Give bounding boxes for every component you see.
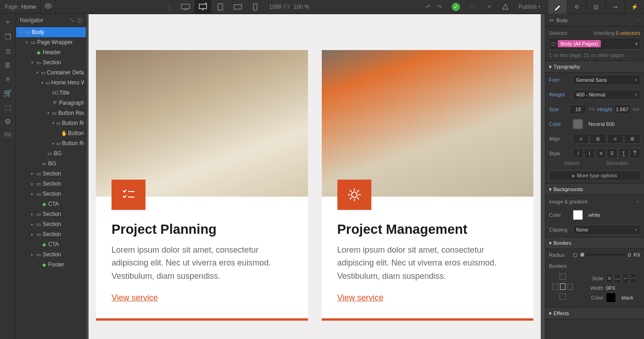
cube-icon[interactable]: ❒ [5,33,11,41]
nav-item[interactable]: ▾▭Body [16,27,86,37]
nav-item[interactable]: ▾▭Container Default [16,68,86,78]
status-check-icon[interactable]: ✓ [448,0,464,14]
nav-item[interactable]: ▸▭Section [16,179,86,189]
nav-item[interactable]: ▸▭Section [16,189,86,199]
nav-item[interactable]: ◆CTA [16,199,86,209]
style-tab-icon[interactable] [548,0,567,14]
overline-button[interactable]: T̅ [630,148,640,158]
collapse-icon[interactable]: ⤡ [70,17,74,23]
publish-button[interactable]: Publish▾ [514,4,545,10]
page-selector[interactable]: Page: Home [0,4,40,10]
nav-item[interactable]: ▭BG [16,148,86,158]
border-width-input[interactable]: 0PX [606,285,616,291]
nav-item[interactable]: ▭BG [16,158,86,169]
borders-section[interactable]: ▾ Borders [545,237,644,249]
radius-input[interactable]: 0 [628,252,631,258]
type-color-value[interactable]: Neutral 600 [586,119,640,129]
radius-corners-icon[interactable]: ▢ [573,252,577,258]
code-icon[interactable]: 〈〉 [465,0,480,14]
selector-input[interactable]: ◫Body (All Pages)▾ [549,38,640,50]
type-color-swatch[interactable] [573,119,583,129]
panel-toggle-icon[interactable]: ◫ [77,17,82,23]
nav-item[interactable]: ▸▭Section [16,209,86,219]
card-link[interactable]: View service [112,293,158,302]
border-bottom-button[interactable] [560,294,566,300]
navigator-tree[interactable]: ▾▭Body▾▭Page Wrapper◆Header▾▭Section▾▭Co… [16,27,86,339]
size-input[interactable]: 18 [570,104,586,114]
settings-rail-icon[interactable]: ⚙ [5,117,11,126]
ecommerce-icon[interactable]: 🛒 [3,89,12,97]
strike-button[interactable]: T̶ [607,148,617,158]
bg-color-value[interactable]: white [586,210,640,220]
export-icon[interactable]: ↗ [481,0,497,14]
pages-icon[interactable]: 🗎 [4,61,11,69]
nav-item[interactable]: ◆Header [16,47,86,57]
audit-icon[interactable] [498,0,513,14]
selector-chip[interactable]: Body (All Pages) [558,40,601,47]
effects-tab-icon[interactable]: ▪▪ [605,0,625,14]
nav-item[interactable]: ▸▭Section [16,249,86,260]
align-left-button[interactable]: ≡ [573,134,589,144]
more-icon[interactable]: ⋯ [635,17,640,23]
settings-tab-icon[interactable]: ⚙ [567,0,586,14]
device-tablet-ls-icon[interactable] [230,0,246,14]
radius-slider[interactable] [580,254,625,255]
menu-dots-icon[interactable]: ⋮ [162,0,177,14]
nav-item[interactable]: ▾▭Button Row Fir [16,118,86,128]
border-top-button[interactable] [560,273,566,280]
backgrounds-section[interactable]: ▾ Backgrounds [545,183,644,195]
layout-tab-icon[interactable]: ▤ [586,0,605,14]
nav-item[interactable]: ✋Button Prima [16,128,86,138]
list-icon[interactable]: ≣ [5,47,11,56]
nav-item[interactable]: ▸▭Section [16,169,86,179]
nav-item[interactable]: ▾▭Button Row [16,108,86,118]
italic-off-button[interactable]: I [584,148,595,158]
border-color-swatch[interactable] [606,293,616,303]
italic-button[interactable]: I [573,148,583,158]
align-justify-button[interactable]: ≣ [624,134,640,144]
nav-item[interactable]: ▸▭Section [16,219,86,229]
underline-button[interactable]: T [618,148,629,158]
font-select[interactable]: General Sans▾ [573,75,640,85]
device-tablet-icon[interactable] [212,0,229,14]
fs-icon[interactable]: {fs} [4,131,11,137]
align-right-button[interactable]: ≡ [607,134,623,144]
nav-item[interactable]: ▾▭Page Wrapper [16,37,86,47]
nav-item[interactable]: ▸▭Button Row La [16,138,86,148]
canvas[interactable]: ▭ Body Project Planning Lorem ipsum dolo… [86,14,545,339]
border-all-button[interactable] [560,283,566,290]
nav-item[interactable]: H1Title [16,88,86,98]
cms-icon[interactable]: ≡ [6,75,10,83]
clipping-select[interactable]: None▾ [573,225,640,235]
nav-item[interactable]: PParagraph [16,98,86,108]
decoration-none-button[interactable]: ✕ [596,148,606,158]
bg-color-swatch[interactable] [573,210,583,220]
add-icon[interactable]: ＋ [4,17,11,27]
border-left-button[interactable] [553,283,558,290]
nav-item[interactable]: ▾▭Section [16,57,86,68]
border-dotted-button[interactable]: ⋯ [630,273,637,283]
assets-icon[interactable]: ⬚ [5,103,11,112]
typography-section[interactable]: ▾ Typography [545,61,644,73]
add-bg-icon[interactable]: ＋ [635,198,640,205]
border-solid-button[interactable]: — [614,273,621,283]
device-desktop-icon[interactable]: ✦ [195,0,211,14]
effects-section[interactable]: ▾ Effects [545,307,644,319]
redo-icon[interactable]: ↷ [431,0,447,14]
nav-item[interactable]: ◆CTA [16,239,86,249]
align-center-button[interactable]: ≣ [590,134,606,144]
device-mobile-icon[interactable] [247,0,263,14]
height-input[interactable]: 1.667 [614,104,630,114]
nav-item[interactable]: ▾▭Home Hero Wrappe [16,78,86,88]
border-none-button[interactable]: ✕ [606,273,613,283]
border-right-button[interactable] [567,283,573,290]
nav-item[interactable]: ◆Footer [16,260,86,270]
border-dashed-button[interactable]: ╌ [622,273,629,283]
card-link[interactable]: View service [337,293,384,302]
preview-icon[interactable] [41,3,56,10]
nav-item[interactable]: ▸▭Section [16,229,86,239]
border-color-value[interactable]: black [619,295,633,300]
more-type-button[interactable]: ▸ More type options [549,170,640,181]
device-desktop-lg-icon[interactable] [177,0,194,14]
interactions-tab-icon[interactable]: ⚡ [625,0,644,14]
